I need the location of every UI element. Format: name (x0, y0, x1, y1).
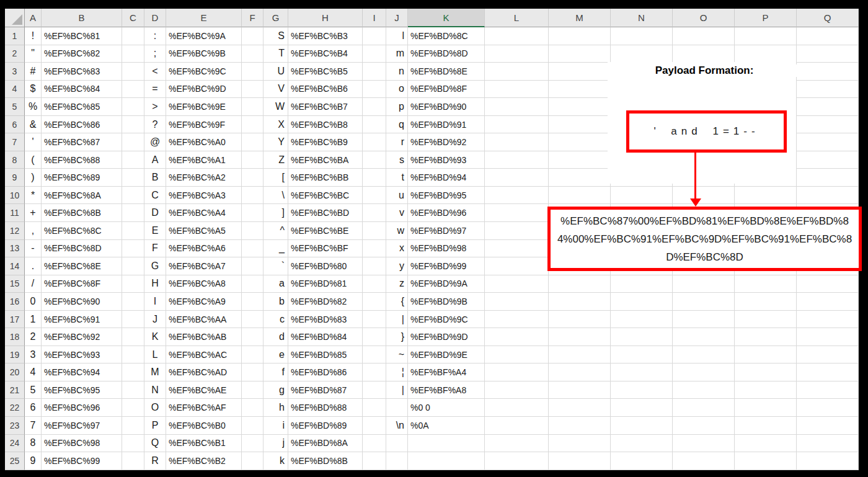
cell-H17[interactable]: %EF%BD%83 (288, 311, 363, 329)
cell-I6[interactable] (363, 116, 386, 134)
cell-C15[interactable] (122, 275, 144, 293)
cell-C12[interactable] (122, 222, 144, 240)
cell-K17[interactable]: %EF%BD%9C (408, 311, 485, 329)
cell-L16[interactable] (485, 293, 549, 311)
cell-E10[interactable]: %EF%BC%A3 (166, 187, 242, 205)
cell-D21[interactable]: N (144, 381, 166, 399)
cell-L3[interactable] (485, 63, 549, 81)
cell-Q10[interactable] (797, 187, 859, 205)
cell-P17[interactable] (735, 311, 797, 329)
cell-H18[interactable]: %EF%BD%84 (288, 328, 363, 346)
cell-I2[interactable] (363, 45, 386, 63)
cell-K14[interactable]: %EF%BD%99 (408, 257, 485, 275)
cell-A9[interactable]: ) (25, 169, 42, 187)
cell-G22[interactable]: h (264, 399, 288, 417)
cell-L23[interactable] (485, 417, 549, 435)
cell-J1[interactable]: l (386, 27, 408, 45)
cell-Q1[interactable] (797, 27, 859, 45)
cell-A23[interactable]: 7 (25, 417, 42, 435)
cell-G25[interactable]: k (264, 452, 288, 470)
cell-K10[interactable]: %EF%BD%95 (408, 187, 485, 205)
cell-E5[interactable]: %EF%BC%9E (166, 98, 242, 116)
row-header-25[interactable]: 25 (5, 452, 25, 470)
cell-K6[interactable]: %EF%BD%91 (408, 116, 485, 134)
cell-Q18[interactable] (797, 328, 859, 346)
cell-I7[interactable] (363, 133, 386, 151)
cell-N10[interactable] (611, 187, 673, 205)
cell-I20[interactable] (363, 363, 386, 381)
cell-H21[interactable]: %EF%BD%87 (288, 381, 363, 399)
cell-H10[interactable]: %EF%BC%BC (288, 187, 363, 205)
cell-A7[interactable]: ' (25, 133, 42, 151)
cell-F8[interactable] (242, 151, 264, 169)
cell-C9[interactable] (122, 169, 144, 187)
cell-E14[interactable]: %EF%BC%A7 (166, 257, 242, 275)
cell-M25[interactable] (549, 452, 611, 470)
cell-C1[interactable] (122, 27, 144, 45)
cell-A1[interactable]: ! (25, 27, 42, 45)
row-header-23[interactable]: 23 (5, 417, 25, 435)
cell-C17[interactable] (122, 311, 144, 329)
cell-M24[interactable] (549, 435, 611, 453)
cell-B5[interactable]: %EF%BC%85 (42, 98, 122, 116)
cell-K5[interactable]: %EF%BD%90 (408, 98, 485, 116)
cell-C14[interactable] (122, 257, 144, 275)
cell-J19[interactable]: ~ (386, 346, 408, 364)
cell-K18[interactable]: %EF%BD%9D (408, 328, 485, 346)
cell-I12[interactable] (363, 222, 386, 240)
cell-D16[interactable]: I (144, 293, 166, 311)
cell-M1[interactable] (549, 27, 611, 45)
cell-A11[interactable]: + (25, 204, 42, 222)
cell-A17[interactable]: 1 (25, 311, 42, 329)
cell-N21[interactable] (611, 381, 673, 399)
cell-C13[interactable] (122, 240, 144, 258)
cell-A19[interactable]: 3 (25, 346, 42, 364)
row-header-8[interactable]: 8 (5, 151, 25, 169)
cell-A25[interactable]: 9 (25, 452, 42, 470)
cell-I24[interactable] (363, 435, 386, 453)
cell-K7[interactable]: %EF%BD%92 (408, 133, 485, 151)
cell-C22[interactable] (122, 399, 144, 417)
cell-F3[interactable] (242, 63, 264, 81)
cell-K24[interactable] (408, 435, 485, 453)
cell-L4[interactable] (485, 81, 549, 99)
cell-I25[interactable] (363, 452, 386, 470)
cell-A10[interactable]: * (25, 187, 42, 205)
col-header-Q[interactable]: Q (797, 9, 859, 27)
cell-P10[interactable] (735, 187, 797, 205)
row-header-14[interactable]: 14 (5, 257, 25, 275)
cell-I15[interactable] (363, 275, 386, 293)
cell-L2[interactable] (485, 45, 549, 63)
cell-Q20[interactable] (797, 363, 859, 381)
cell-A5[interactable]: % (25, 98, 42, 116)
cell-O15[interactable] (673, 275, 735, 293)
row-header-11[interactable]: 11 (5, 204, 25, 222)
cell-J7[interactable]: r (386, 133, 408, 151)
cell-L20[interactable] (485, 363, 549, 381)
cell-F20[interactable] (242, 363, 264, 381)
row-header-18[interactable]: 18 (5, 328, 25, 346)
cell-Q9[interactable] (797, 169, 859, 187)
cell-F9[interactable] (242, 169, 264, 187)
cell-K25[interactable] (408, 452, 485, 470)
cell-Q16[interactable] (797, 293, 859, 311)
cell-L9[interactable] (485, 169, 549, 187)
cell-Q5[interactable] (797, 98, 859, 116)
cell-Q8[interactable] (797, 151, 859, 169)
cell-N22[interactable] (611, 399, 673, 417)
cell-G15[interactable]: a (264, 275, 288, 293)
cell-G12[interactable]: ^ (264, 222, 288, 240)
cell-N2[interactable] (611, 45, 673, 63)
row-header-19[interactable]: 19 (5, 346, 25, 364)
cell-L7[interactable] (485, 133, 549, 151)
cell-Q23[interactable] (797, 417, 859, 435)
cell-L15[interactable] (485, 275, 549, 293)
cell-O25[interactable] (673, 452, 735, 470)
cell-N24[interactable] (611, 435, 673, 453)
cell-D2[interactable]: ; (144, 45, 166, 63)
cell-D11[interactable]: D (144, 204, 166, 222)
cell-K22[interactable]: %0 0 (408, 399, 485, 417)
cell-F19[interactable] (242, 346, 264, 364)
cell-Q4[interactable] (797, 81, 859, 99)
cell-A12[interactable]: , (25, 222, 42, 240)
